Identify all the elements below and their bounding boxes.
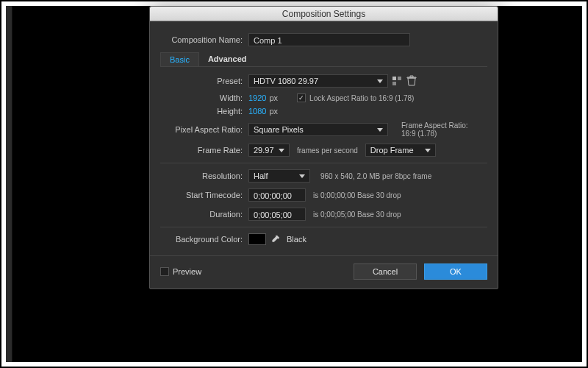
drop-frame-value: Drop Frame — [370, 145, 414, 155]
dialog-title: Composition Settings — [150, 7, 498, 21]
svg-rect-1 — [398, 77, 401, 80]
duration-label: Duration: — [160, 210, 248, 219]
preview-label: Preview — [173, 267, 201, 276]
svg-rect-2 — [392, 82, 396, 85]
preset-dropdown[interactable]: HDTV 1080 29.97 — [248, 74, 388, 88]
composition-name-label: Composition Name: — [160, 35, 248, 44]
chevron-down-icon — [425, 149, 431, 152]
eyedropper-icon[interactable] — [269, 233, 281, 245]
preview-checkbox[interactable] — [160, 267, 169, 276]
app-panel-gutter — [6, 6, 12, 362]
divider — [160, 227, 487, 227]
preset-label: Preset: — [160, 77, 248, 85]
ok-button[interactable]: OK — [424, 263, 487, 280]
divider — [160, 163, 487, 163]
start-timecode-input[interactable]: 0;00;00;00 — [248, 188, 306, 202]
resolution-value: Half — [254, 171, 268, 181]
frame-aspect-label: Frame Aspect Ratio: — [401, 121, 468, 130]
frame-rate-dropdown[interactable]: 29.97 — [248, 144, 290, 157]
composition-settings-dialog: Composition Settings Composition Name: C… — [149, 6, 498, 289]
height-unit: px — [269, 107, 278, 116]
settings-tabs: Basic Advanced — [160, 52, 487, 67]
chevron-down-icon — [299, 174, 305, 178]
background-color-label: Background Color: — [160, 235, 248, 244]
tab-advanced[interactable]: Advanced — [199, 52, 256, 66]
background-color-swatch[interactable] — [248, 233, 266, 245]
resolution-dropdown[interactable]: Half — [248, 169, 310, 183]
chevron-down-icon — [377, 79, 383, 83]
lock-aspect-checkbox[interactable]: ✓ — [297, 93, 306, 102]
pixel-aspect-value: Square Pixels — [254, 124, 304, 135]
lock-aspect-label: Lock Aspect Ratio to 16:9 (1.78) — [309, 94, 414, 102]
preset-value: HDTV 1080 29.97 — [254, 76, 318, 86]
svg-rect-0 — [392, 77, 396, 80]
cancel-button[interactable]: Cancel — [354, 263, 417, 280]
start-timecode-label: Start Timecode: — [160, 191, 248, 199]
width-unit: px — [269, 93, 278, 102]
width-input[interactable]: 1920 — [248, 93, 266, 102]
tab-basic[interactable]: Basic — [160, 52, 199, 66]
resolution-label: Resolution: — [160, 171, 248, 180]
background-color-name: Black — [287, 235, 306, 244]
duration-info: is 0;00;05;00 Base 30 drop — [313, 210, 401, 219]
save-preset-icon[interactable] — [391, 75, 403, 87]
pixel-aspect-dropdown[interactable]: Square Pixels — [248, 123, 388, 136]
frame-rate-unit: frames per second — [297, 146, 358, 155]
resolution-info: 960 x 540, 2.0 MB per 8bpc frame — [320, 172, 431, 180]
trash-icon[interactable] — [406, 75, 417, 87]
frame-rate-value: 29.97 — [254, 145, 274, 155]
checkmark-icon: ✓ — [298, 95, 304, 102]
height-label: Height: — [160, 107, 248, 116]
height-input[interactable]: 1080 — [248, 107, 266, 116]
start-timecode-info: is 0;00;00;00 Base 30 drop — [313, 191, 401, 199]
frame-rate-label: Frame Rate: — [160, 146, 248, 155]
width-label: Width: — [160, 93, 248, 102]
chevron-down-icon — [377, 128, 383, 132]
duration-input[interactable]: 0;00;05;00 — [248, 208, 306, 221]
composition-name-input[interactable]: Comp 1 — [248, 33, 410, 46]
chevron-down-icon — [279, 149, 284, 152]
frame-aspect-value: 16:9 (1.78) — [401, 130, 468, 138]
pixel-aspect-label: Pixel Aspect Ratio: — [160, 125, 248, 134]
drop-frame-dropdown[interactable]: Drop Frame — [365, 144, 436, 157]
